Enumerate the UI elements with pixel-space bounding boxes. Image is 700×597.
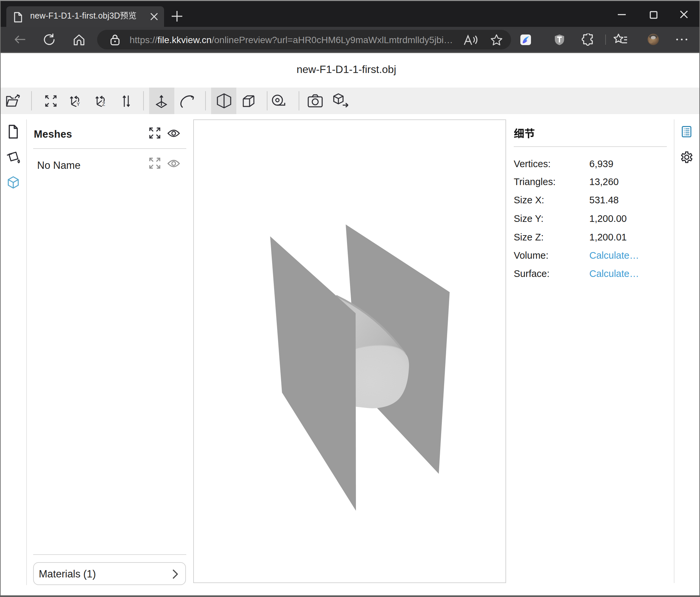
svg-text:Z: Z bbox=[102, 101, 105, 107]
svg-text:Y: Y bbox=[77, 101, 80, 107]
